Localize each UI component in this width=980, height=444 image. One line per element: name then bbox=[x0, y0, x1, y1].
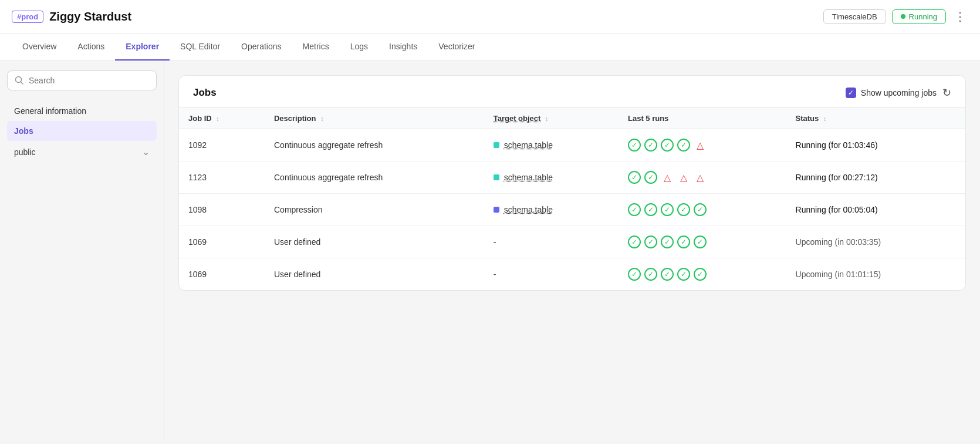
cell-last-5-runs: ✓✓✓✓✓ bbox=[619, 226, 786, 258]
cell-last-5-runs: ✓✓✓✓✓ bbox=[619, 194, 786, 226]
header-right: TimescaleDB Running ⋮ bbox=[823, 7, 968, 26]
run-ok-icon: ✓ bbox=[661, 236, 674, 248]
cell-target-object[interactable]: schema.table bbox=[484, 162, 619, 194]
run-warn-icon: △ bbox=[677, 171, 690, 184]
run-ok-icon: ✓ bbox=[677, 236, 690, 248]
target-dot bbox=[494, 207, 499, 213]
runs-icons: ✓✓✓✓✓ bbox=[628, 236, 777, 248]
cell-description: User defined bbox=[265, 226, 484, 258]
sort-icon-status: ↕ bbox=[823, 115, 827, 122]
refresh-button[interactable]: ↻ bbox=[942, 86, 951, 99]
target-link[interactable]: schema.table bbox=[504, 173, 553, 182]
db-label: TimescaleDB bbox=[823, 9, 886, 24]
tab-logs[interactable]: Logs bbox=[340, 33, 379, 60]
cell-job-id: 1123 bbox=[179, 162, 265, 194]
sort-icon-description: ↕ bbox=[320, 115, 324, 122]
run-warn-icon: △ bbox=[694, 139, 707, 152]
jobs-card-header: Jobs Show upcoming jobs ↻ bbox=[179, 76, 965, 107]
sidebar-general-info-label: General information bbox=[14, 106, 86, 116]
tab-operations[interactable]: Operations bbox=[231, 33, 292, 60]
status-badge: Running bbox=[892, 9, 946, 24]
tab-metrics[interactable]: Metrics bbox=[292, 33, 340, 60]
target-link[interactable]: schema.table bbox=[504, 205, 553, 214]
cell-last-5-runs: ✓✓✓✓△ bbox=[619, 129, 786, 162]
runs-icons: ✓✓△△△ bbox=[628, 171, 777, 184]
cell-job-id: 1098 bbox=[179, 194, 265, 226]
sort-icon-target: ↕ bbox=[545, 115, 549, 122]
jobs-table: Job ID ↕ Description ↕ Target object ↕ bbox=[179, 107, 965, 290]
run-ok-icon: ✓ bbox=[644, 203, 657, 216]
cell-status: Upcoming (in 00:03:35) bbox=[786, 226, 965, 258]
show-upcoming-label: Show upcoming jobs bbox=[861, 88, 937, 97]
tab-overview[interactable]: Overview bbox=[12, 33, 67, 60]
tab-sql-editor[interactable]: SQL Editor bbox=[170, 33, 231, 60]
cell-status: Upcoming (in 01:01:15) bbox=[786, 258, 965, 291]
target-link[interactable]: schema.table bbox=[504, 140, 553, 150]
run-ok-icon: ✓ bbox=[628, 139, 641, 152]
sidebar-item-jobs[interactable]: Jobs bbox=[7, 121, 157, 141]
more-menu-button[interactable]: ⋮ bbox=[952, 7, 968, 26]
header-left: #prod Ziggy Stardust bbox=[12, 10, 131, 23]
run-ok-icon: ✓ bbox=[694, 268, 707, 281]
sidebar-item-public[interactable]: public ⌄ bbox=[7, 141, 157, 163]
show-upcoming-checkbox[interactable] bbox=[846, 88, 856, 98]
cell-target-object[interactable]: schema.table bbox=[484, 129, 619, 162]
runs-icons: ✓✓✓✓✓ bbox=[628, 268, 777, 281]
sidebar: General information Jobs public ⌄ bbox=[0, 61, 164, 439]
run-ok-icon: ✓ bbox=[661, 139, 674, 152]
table-row: 1123Continuous aggregate refreshschema.t… bbox=[179, 162, 965, 194]
col-description[interactable]: Description ↕ bbox=[265, 108, 484, 129]
cell-status: Running (for 00:05:04) bbox=[786, 194, 965, 226]
show-upcoming-jobs-toggle[interactable]: Show upcoming jobs bbox=[846, 88, 937, 98]
sidebar-jobs-label: Jobs bbox=[14, 126, 33, 136]
runs-icons: ✓✓✓✓✓ bbox=[628, 203, 777, 216]
col-last-5-runs: Last 5 runs bbox=[619, 108, 786, 129]
target-dot bbox=[494, 142, 499, 148]
run-ok-icon: ✓ bbox=[628, 236, 641, 248]
prod-badge[interactable]: #prod bbox=[12, 11, 43, 23]
jobs-card: Jobs Show upcoming jobs ↻ Job ID ↕ bbox=[178, 75, 966, 291]
sidebar-item-general-info[interactable]: General information bbox=[7, 101, 157, 121]
top-header: #prod Ziggy Stardust TimescaleDB Running… bbox=[0, 0, 980, 33]
tab-explorer[interactable]: Explorer bbox=[115, 33, 170, 60]
cell-description: Continuous aggregate refresh bbox=[265, 129, 484, 162]
tab-actions[interactable]: Actions bbox=[67, 33, 115, 60]
jobs-header-right: Show upcoming jobs ↻ bbox=[846, 86, 951, 99]
col-status[interactable]: Status ↕ bbox=[786, 108, 965, 129]
sidebar-public-label: public bbox=[14, 147, 36, 157]
running-dot bbox=[901, 14, 905, 19]
table-row: 1092Continuous aggregate refreshschema.t… bbox=[179, 129, 965, 162]
col-target-object[interactable]: Target object ↕ bbox=[484, 108, 619, 129]
run-ok-icon: ✓ bbox=[644, 171, 657, 184]
chevron-down-icon: ⌄ bbox=[142, 146, 150, 157]
cell-target-object: - bbox=[484, 258, 619, 291]
run-ok-icon: ✓ bbox=[628, 203, 641, 216]
run-ok-icon: ✓ bbox=[677, 203, 690, 216]
jobs-title: Jobs bbox=[193, 87, 217, 99]
col-job-id[interactable]: Job ID ↕ bbox=[179, 108, 265, 129]
table-header-row: Job ID ↕ Description ↕ Target object ↕ bbox=[179, 108, 965, 129]
cell-description: Compression bbox=[265, 194, 484, 226]
target-obj-container: schema.table bbox=[494, 173, 609, 182]
cell-target-object[interactable]: schema.table bbox=[484, 194, 619, 226]
table-row: 1069User defined-✓✓✓✓✓Upcoming (in 01:01… bbox=[179, 258, 965, 291]
target-dot bbox=[494, 174, 499, 180]
run-ok-icon: ✓ bbox=[677, 268, 690, 281]
search-box[interactable] bbox=[7, 70, 157, 90]
tab-vectorizer[interactable]: Vectorizer bbox=[428, 33, 485, 60]
svg-line-1 bbox=[21, 82, 23, 85]
cell-status: Running (for 00:27:12) bbox=[786, 162, 965, 194]
main-layout: General information Jobs public ⌄ Jobs S… bbox=[0, 61, 980, 439]
search-input[interactable] bbox=[29, 76, 149, 85]
nav-tabs: Overview Actions Explorer SQL Editor Ope… bbox=[0, 33, 980, 61]
cell-job-id: 1069 bbox=[179, 226, 265, 258]
app-title: Ziggy Stardust bbox=[49, 10, 131, 23]
tab-insights[interactable]: Insights bbox=[379, 33, 428, 60]
cell-last-5-runs: ✓✓✓✓✓ bbox=[619, 258, 786, 291]
run-ok-icon: ✓ bbox=[644, 236, 657, 248]
target-obj-container: schema.table bbox=[494, 140, 609, 150]
cell-description: User defined bbox=[265, 258, 484, 291]
search-icon bbox=[15, 76, 24, 85]
target-obj-container: schema.table bbox=[494, 205, 609, 214]
cell-target-object: - bbox=[484, 226, 619, 258]
